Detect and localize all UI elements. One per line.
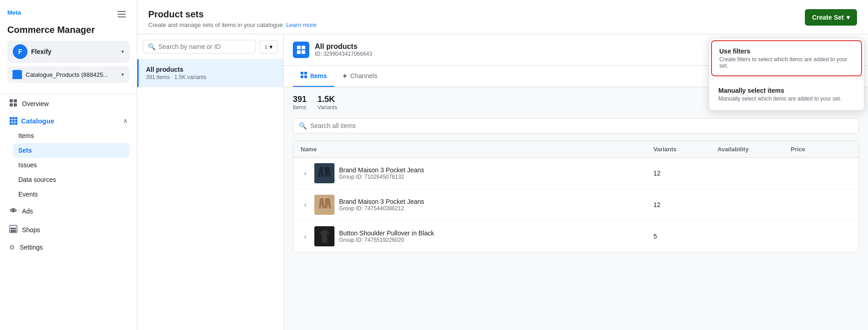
ads-icon [9, 206, 17, 216]
header-text: Product sets Create and manage sets of i… [148, 9, 317, 28]
sidebar-item-label-catalogue: Catalogue [21, 117, 54, 125]
sort-button[interactable]: ↕ ▾ [259, 40, 278, 53]
svg-rect-8 [12, 117, 15, 119]
main-header: Product sets Create and manage sets of i… [137, 0, 868, 34]
use-filters-title: Use filters [719, 48, 854, 55]
product-name-cell: › Button Shoulder Pullover in Black Grou… [301, 226, 653, 246]
items-search-wrap[interactable]: 🔍 [293, 118, 859, 133]
product-name-cell: › Brand Maison 3 Pocket Jeans Gr [301, 195, 653, 215]
page-title: Product sets [148, 9, 317, 20]
product-group-id: Group ID: 7475519226020 [339, 237, 434, 243]
sidebar-item-shops[interactable]: Shops [4, 220, 133, 239]
svg-rect-20 [14, 228, 16, 229]
avatar: F [13, 44, 27, 59]
svg-rect-9 [15, 117, 17, 119]
items-search-icon: 🔍 [299, 122, 307, 129]
svg-rect-14 [12, 122, 15, 125]
header-row: Product sets Create and manage sets of i… [148, 9, 857, 28]
items-search: 🔍 [293, 118, 859, 133]
sidebar-item-data-sources[interactable]: Data sources [13, 172, 129, 187]
page-description: Create and manage sets of items in your … [148, 21, 317, 28]
sidebar-item-label-ads: Ads [22, 208, 33, 215]
create-set-label: Create Set [812, 14, 844, 21]
sidebar-item-overview[interactable]: Overview [4, 94, 133, 113]
svg-rect-6 [14, 103, 17, 106]
product-info: Button Shoulder Pullover in Black Group … [339, 229, 434, 243]
table-row: › Brand Maison 3 Pocket Jeans Gr [293, 158, 858, 189]
svg-rect-19 [12, 228, 14, 229]
svg-rect-23 [14, 230, 16, 232]
sidebar-item-events[interactable]: Events [13, 187, 129, 202]
create-set-button[interactable]: Create Set ▾ [805, 9, 857, 26]
dropdown-option-use-filters[interactable]: Use filters Create filters to select whi… [711, 40, 862, 76]
channels-tab-icon: ✦ [342, 72, 348, 80]
svg-rect-28 [301, 72, 303, 75]
detail-id: ID: 3299043417066643 [315, 51, 372, 57]
account-name: Flexify [31, 48, 51, 55]
expand-row-button[interactable]: › [301, 169, 310, 178]
create-set-dropdown: Use filters Create filters to select whi… [709, 38, 864, 111]
use-filters-desc: Create filters to select which items are… [719, 56, 854, 69]
meta-logo-icon: Meta [7, 9, 26, 16]
items-count: 391 [293, 95, 307, 104]
pullover-thumbnail [314, 226, 334, 246]
tab-channels[interactable]: ✦ Channels [334, 66, 385, 87]
expand-row-button[interactable]: › [301, 232, 310, 241]
svg-rect-3 [10, 99, 13, 102]
sidebar-item-settings[interactable]: ⚙ Settings [4, 239, 133, 255]
jeans-dark-thumbnail [314, 163, 334, 183]
product-name: Brand Maison 3 Pocket Jeans [339, 198, 424, 205]
tab-channels-label: Channels [350, 72, 377, 80]
app-title: Commerce Manager [7, 25, 129, 35]
svg-rect-21 [11, 230, 12, 232]
sidebar-item-sets[interactable]: Sets [13, 143, 129, 158]
sidebar-item-items[interactable]: Items [13, 128, 129, 143]
shops-icon [9, 225, 17, 234]
items-search-input[interactable] [310, 122, 853, 129]
variants-value: 5 [653, 233, 717, 240]
product-group-id: Group ID: 7475440386212 [339, 205, 424, 212]
sidebar-item-label-overview: Overview [22, 100, 49, 107]
main-content: 🔍 ↕ ▾ All products 391 items · 1.5K vari… [137, 34, 868, 330]
sort-icon: ↕ [264, 43, 268, 50]
sidebar-item-catalogue[interactable]: Catalogue ∧ [4, 113, 133, 128]
set-item-name: All products [146, 66, 276, 73]
search-wrap[interactable]: 🔍 [143, 40, 256, 53]
create-set-chevron-icon: ▾ [846, 14, 850, 21]
catalogue-selector[interactable]: Catalogue_Products (888425... ▾ [7, 66, 129, 83]
variants-stat: 1.5K Variants [318, 95, 337, 111]
svg-rect-24 [297, 46, 301, 49]
sidebar-item-label-settings: Settings [20, 244, 43, 251]
svg-rect-15 [15, 122, 17, 125]
sidebar-item-label-shops: Shops [22, 226, 40, 234]
detail-body: 391 Items 1.5K Variants View Filters Edi… [284, 87, 868, 330]
variants-value: 12 [653, 201, 717, 208]
svg-rect-18 [11, 228, 12, 229]
svg-rect-10 [10, 120, 12, 122]
hamburger-line [118, 16, 126, 17]
expand-row-button[interactable]: › [301, 200, 310, 209]
catalogue-sub-nav: Items Sets Issues Data sources Events [4, 128, 133, 202]
svg-rect-32 [314, 163, 334, 183]
learn-more-link[interactable]: Learn more [286, 21, 316, 28]
account-selector[interactable]: F Flexify ▾ [7, 41, 129, 63]
search-input[interactable] [158, 43, 251, 50]
svg-rect-12 [15, 120, 17, 122]
set-item-meta: 391 items · 1.5K variants [146, 74, 276, 80]
stats-left: 391 Items 1.5K Variants [293, 95, 337, 111]
product-name: Button Shoulder Pullover in Black [339, 229, 434, 237]
sidebar-item-ads[interactable]: Ads [4, 202, 133, 220]
product-thumbnail [314, 195, 334, 215]
hamburger-menu[interactable] [114, 7, 129, 21]
sidebar-item-issues[interactable]: Issues [13, 158, 129, 172]
variants-value: 12 [653, 170, 717, 177]
svg-text:F: F [18, 48, 22, 55]
catalogue-icon [13, 70, 22, 79]
set-item[interactable]: All products 391 items · 1.5K variants [137, 59, 283, 87]
svg-point-16 [12, 209, 15, 212]
items-stat: 391 Items [293, 95, 307, 111]
dropdown-option-manually-select[interactable]: Manually select items Manually select wh… [711, 80, 862, 108]
meta-logo: Meta [7, 9, 26, 16]
tab-items[interactable]: Items [293, 66, 334, 87]
svg-rect-33 [314, 195, 334, 215]
